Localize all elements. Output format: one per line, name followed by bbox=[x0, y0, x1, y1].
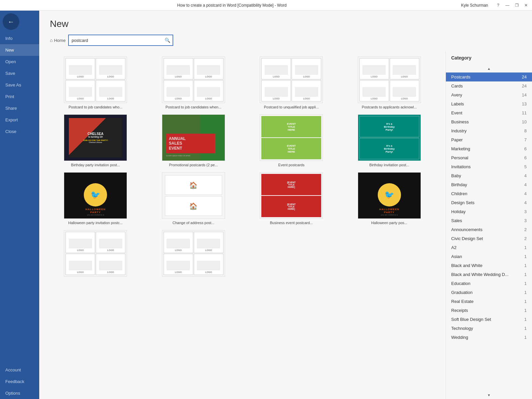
minimize-button[interactable]: — bbox=[504, 2, 511, 9]
template-thumb: 🐦 HALLOWEENPARTY you are invited to a bbox=[358, 172, 421, 219]
search-input[interactable] bbox=[69, 35, 162, 45]
sidebar-item-close[interactable]: Close bbox=[0, 126, 39, 137]
sidebar-item-feedback[interactable]: Feedback bbox=[0, 376, 39, 387]
list-item[interactable]: LOGO LOGO LOGO LOGO Postcard to job cand… bbox=[50, 57, 141, 109]
list-item[interactable]: EVENTTITLEHERE EVENTTITLEHERE Event post… bbox=[246, 114, 337, 167]
category-item-education[interactable]: Education 1 bbox=[446, 279, 532, 288]
template-label: Postcard to unqualified job appli... bbox=[264, 105, 319, 109]
template-thumb: LOGO LOGO LOGO LOGO bbox=[162, 230, 225, 277]
category-label: Personal bbox=[451, 155, 468, 160]
list-item[interactable]: 🐦 HALLOWEENPARTY you are invited to a Ha… bbox=[344, 172, 435, 225]
help-button[interactable]: ? bbox=[495, 2, 501, 9]
sidebar-item-export[interactable]: Export bbox=[0, 114, 39, 126]
category-item-marketing[interactable]: Marketing 6 bbox=[446, 144, 532, 153]
category-item-baby[interactable]: Baby 4 bbox=[446, 171, 532, 180]
list-item[interactable]: LOGO LOGO LOGO LOGO Postcards to applica… bbox=[344, 57, 435, 109]
category-label: Birthday bbox=[451, 182, 467, 187]
category-item-avery[interactable]: Avery 14 bbox=[446, 90, 532, 99]
template-label: Halloween party invitation postc... bbox=[68, 221, 123, 225]
search-bar: ⌂ Home 🔍 bbox=[50, 35, 521, 46]
thumb-postcard-grid: LOGO LOGO LOGO LOGO bbox=[162, 57, 225, 103]
list-item[interactable]: LOGO LOGO LOGO LOGO Postcard to unqualif… bbox=[246, 57, 337, 109]
sidebar-item-save[interactable]: Save bbox=[0, 67, 39, 79]
category-count: 2 bbox=[524, 227, 527, 232]
category-item-black-white[interactable]: Black and White 1 bbox=[446, 261, 532, 270]
sidebar-item-options[interactable]: Options bbox=[0, 387, 39, 399]
category-item-holiday[interactable]: Holiday 3 bbox=[446, 207, 532, 216]
list-item[interactable]: It's aBirthdayParty! It's aBirthdayParty… bbox=[344, 114, 435, 167]
category-item-cards[interactable]: Cards 24 bbox=[446, 81, 532, 90]
close-button[interactable]: ✕ bbox=[523, 2, 529, 9]
thumb-birthday: CHELSEA is turning 10! JOIN US FOR THE P… bbox=[64, 115, 127, 161]
category-item-civic-design-set[interactable]: Civic Design Set 2 bbox=[446, 234, 532, 243]
list-item[interactable]: [EVENTTITLEHERE] [EVENTTITLEHERE] Busine… bbox=[246, 172, 337, 225]
category-count: 10 bbox=[522, 119, 527, 124]
category-scroll[interactable]: Postcards 24 Cards 24 Avery 14 Labels 13 bbox=[446, 72, 532, 391]
sidebar-item-account[interactable]: Account bbox=[0, 364, 39, 376]
category-label: Wedding bbox=[451, 335, 468, 340]
category-item-birthday[interactable]: Birthday 4 bbox=[446, 180, 532, 189]
titlebar: How to create a postcard in Word [Compat… bbox=[0, 0, 532, 11]
sidebar-item-saveas[interactable]: Save As bbox=[0, 79, 39, 91]
category-item-real-estate[interactable]: Real Estate 1 bbox=[446, 297, 532, 306]
list-item[interactable]: LOGO LOGO LOGO LOGO bbox=[148, 230, 239, 277]
category-item-graduation[interactable]: Graduation 1 bbox=[446, 288, 532, 297]
category-item-postcards[interactable]: Postcards 24 bbox=[446, 72, 532, 81]
sidebar-item-open[interactable]: Open bbox=[0, 56, 39, 67]
page-title: New bbox=[50, 19, 521, 29]
restore-button[interactable]: ❐ bbox=[513, 2, 520, 9]
category-item-labels[interactable]: Labels 13 bbox=[446, 99, 532, 108]
thumb-postcard-grid: LOGO LOGO LOGO LOGO bbox=[64, 230, 127, 276]
category-item-design-sets[interactable]: Design Sets 4 bbox=[446, 198, 532, 207]
titlebar-user: Kyle Schurman bbox=[461, 3, 488, 8]
category-item-wedding[interactable]: Wedding 1 bbox=[446, 333, 532, 342]
list-item[interactable]: LOGO LOGO LOGO LOGO Postcard to job cand… bbox=[148, 57, 239, 109]
category-item-business[interactable]: Business 10 bbox=[446, 117, 532, 126]
sidebar-item-share[interactable]: Share bbox=[0, 102, 39, 114]
category-item-sales[interactable]: Sales 3 bbox=[446, 216, 532, 225]
scroll-up-arrow[interactable]: ▲ bbox=[486, 66, 492, 71]
category-count: 24 bbox=[522, 83, 527, 88]
category-count: 1 bbox=[524, 326, 527, 331]
category-item-a2[interactable]: A2 1 bbox=[446, 243, 532, 252]
template-label: Postcard to job candidates who... bbox=[68, 105, 122, 109]
sidebar-item-print[interactable]: Print bbox=[0, 91, 39, 102]
category-label: Soft Blue Design Set bbox=[451, 317, 491, 322]
list-item[interactable]: ANNUALSALESEVENT Lorem ipsum dolor sit a… bbox=[148, 114, 239, 167]
category-item-paper[interactable]: Paper 7 bbox=[446, 135, 532, 144]
template-thumb: LOGO LOGO LOGO LOGO bbox=[64, 57, 127, 103]
home-link[interactable]: ⌂ Home bbox=[50, 38, 66, 43]
category-item-asian[interactable]: Asian 1 bbox=[446, 252, 532, 261]
sidebar-item-new[interactable]: New bbox=[0, 44, 39, 56]
category-item-announcements[interactable]: Announcements 2 bbox=[446, 225, 532, 234]
category-item-soft-blue[interactable]: Soft Blue Design Set 1 bbox=[446, 315, 532, 324]
template-label: Birthday party invitation post... bbox=[71, 163, 120, 167]
thumb-event: EVENTTITLEHERE EVENTTITLEHERE bbox=[260, 115, 323, 161]
category-item-event[interactable]: Event 11 bbox=[446, 108, 532, 117]
category-label: Marketing bbox=[451, 146, 470, 151]
category-count: 1 bbox=[524, 308, 527, 313]
category-label: Business bbox=[451, 119, 469, 124]
category-count: 4 bbox=[524, 191, 527, 196]
category-label: Avery bbox=[451, 92, 462, 97]
category-label: Asian bbox=[451, 254, 462, 259]
category-item-invitations[interactable]: Invitations 5 bbox=[446, 162, 532, 171]
category-count: 4 bbox=[524, 182, 527, 187]
template-thumb: EVENTTITLEHERE EVENTTITLEHERE bbox=[260, 114, 323, 161]
list-item[interactable]: 🏠 🏠 Change of address post... bbox=[148, 172, 239, 225]
category-item-children[interactable]: Children 4 bbox=[446, 189, 532, 198]
sidebar-item-info[interactable]: Info bbox=[0, 33, 39, 44]
search-button[interactable]: 🔍 bbox=[162, 35, 173, 45]
template-label: Halloween party pos... bbox=[371, 221, 407, 225]
category-item-black-white-wedding[interactable]: Black and White Wedding D... 1 bbox=[446, 270, 532, 279]
category-item-receipts[interactable]: Receipts 1 bbox=[446, 306, 532, 315]
list-item[interactable]: CHELSEA is turning 10! JOIN US FOR THE P… bbox=[50, 114, 141, 167]
list-item[interactable]: 🐦 HALLOWEENPARTY you are invited to a Ha… bbox=[50, 172, 141, 225]
category-item-personal[interactable]: Personal 6 bbox=[446, 153, 532, 162]
category-item-industry[interactable]: Industry 8 bbox=[446, 126, 532, 135]
list-item[interactable]: LOGO LOGO LOGO LOGO bbox=[50, 230, 141, 277]
back-button[interactable]: ← bbox=[3, 13, 19, 30]
template-label: Promotional postcards (2 pe... bbox=[169, 163, 218, 167]
scroll-down-arrow[interactable]: ▼ bbox=[486, 392, 492, 398]
category-item-technology[interactable]: Technology 1 bbox=[446, 324, 532, 333]
